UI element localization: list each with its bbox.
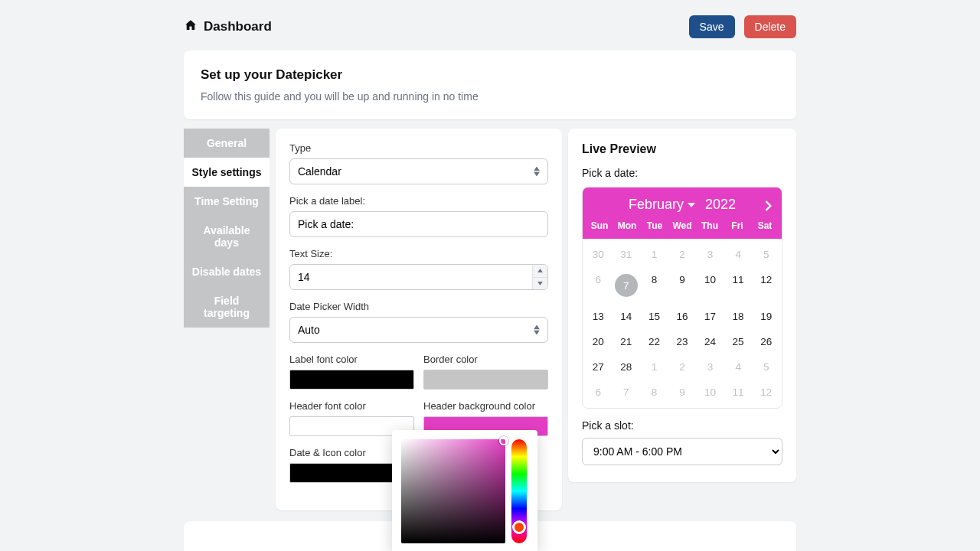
color-picker-sv-thumb[interactable] bbox=[499, 436, 508, 445]
home-icon bbox=[184, 18, 198, 36]
calendar-day: 1 bbox=[640, 243, 668, 266]
calendar-day[interactable]: 9 bbox=[668, 269, 697, 302]
page-title: Set up your Datepicker bbox=[201, 67, 779, 83]
calendar-day[interactable]: 19 bbox=[752, 305, 780, 328]
calendar-month-select[interactable]: February bbox=[629, 197, 696, 213]
label-font-color-swatch[interactable] bbox=[289, 370, 414, 390]
calendar-dow: Wed bbox=[668, 217, 696, 236]
border-color-swatch[interactable] bbox=[423, 370, 548, 390]
calendar-dow: Sun bbox=[586, 217, 613, 236]
date-label-input[interactable] bbox=[290, 212, 547, 236]
tab-style-settings[interactable]: Style settings bbox=[184, 158, 270, 187]
type-label: Type bbox=[289, 142, 548, 154]
chevron-right-icon bbox=[763, 201, 774, 211]
calendar-dow: Sat bbox=[751, 217, 779, 236]
calendar-day: 5 bbox=[752, 243, 780, 266]
text-size-step-up[interactable] bbox=[533, 265, 547, 278]
calendar-day: 2 bbox=[668, 243, 697, 266]
calendar-day[interactable]: 7 bbox=[612, 269, 641, 302]
calendar-day[interactable]: 22 bbox=[640, 331, 668, 353]
type-select[interactable]: Calendar bbox=[290, 159, 547, 184]
color-picker-hue-panel[interactable] bbox=[511, 439, 527, 543]
calendar-day[interactable]: 16 bbox=[668, 305, 697, 328]
tab-general[interactable]: General bbox=[184, 129, 270, 158]
calendar-day[interactable]: 15 bbox=[640, 305, 668, 328]
color-picker-sv-panel[interactable] bbox=[401, 439, 505, 543]
width-label: Date Picker Width bbox=[289, 301, 548, 312]
preview-title: Live Preview bbox=[582, 142, 782, 156]
calendar-day: 7 bbox=[612, 381, 641, 403]
calendar-dow: Thu bbox=[696, 217, 724, 236]
color-picker-popover[interactable] bbox=[392, 430, 537, 551]
calendar-day: 6 bbox=[584, 269, 612, 302]
calendar-next-button[interactable] bbox=[763, 201, 774, 211]
calendar-dow: Mon bbox=[613, 217, 641, 236]
tab-disable-dates[interactable]: Disable dates bbox=[184, 257, 270, 286]
calendar-day: 10 bbox=[696, 381, 724, 403]
calendar: February 2022 SunMonTueWedThuFriSat 3031… bbox=[582, 187, 782, 409]
calendar-day[interactable]: 24 bbox=[696, 331, 724, 353]
calendar-day: 2 bbox=[668, 356, 697, 378]
calendar-day: 4 bbox=[724, 356, 753, 378]
calendar-day[interactable]: 18 bbox=[724, 305, 753, 328]
tab-available-days[interactable]: Available days bbox=[184, 216, 270, 257]
brand: Dashboard bbox=[184, 18, 272, 36]
calendar-day[interactable]: 23 bbox=[668, 331, 697, 353]
header-bg-color-label: Header background color bbox=[423, 400, 548, 412]
calendar-day: 1 bbox=[640, 356, 668, 378]
calendar-day[interactable]: 25 bbox=[724, 331, 753, 353]
color-picker-hue-thumb[interactable] bbox=[512, 520, 526, 534]
calendar-day[interactable]: 14 bbox=[612, 305, 641, 328]
width-select[interactable]: Auto bbox=[290, 318, 547, 342]
settings-tabs: GeneralStyle settingsTime SettingAvailab… bbox=[184, 129, 270, 328]
calendar-day[interactable]: 10 bbox=[696, 269, 724, 302]
header-font-color-label: Header font color bbox=[289, 400, 414, 412]
calendar-day[interactable]: 21 bbox=[612, 331, 641, 353]
brand-label: Dashboard bbox=[204, 19, 272, 34]
calendar-day[interactable]: 20 bbox=[584, 331, 612, 353]
text-size-step-down[interactable] bbox=[533, 278, 547, 290]
calendar-day[interactable]: 17 bbox=[696, 305, 724, 328]
calendar-day[interactable]: 26 bbox=[752, 331, 780, 353]
label-font-color-label: Label font color bbox=[289, 354, 414, 365]
calendar-dow: Fri bbox=[724, 217, 751, 236]
calendar-day: 6 bbox=[584, 381, 612, 403]
border-color-label: Border color bbox=[423, 354, 548, 365]
calendar-day[interactable]: 28 bbox=[612, 356, 641, 378]
date-label-label: Pick a date label: bbox=[289, 195, 548, 207]
calendar-dow: Tue bbox=[641, 217, 668, 236]
intro-card: Set up your Datepicker Follow this guide… bbox=[184, 51, 796, 119]
calendar-day: 31 bbox=[612, 243, 641, 266]
calendar-day[interactable]: 8 bbox=[640, 269, 668, 302]
calendar-day: 12 bbox=[752, 381, 780, 403]
preview-pick-date-label: Pick a date: bbox=[582, 167, 782, 179]
calendar-day[interactable]: 27 bbox=[584, 356, 612, 378]
calendar-day: 30 bbox=[584, 243, 612, 266]
save-button[interactable]: Save bbox=[689, 15, 735, 38]
calendar-day: 3 bbox=[696, 356, 724, 378]
style-settings-card: Type Calendar Pick a date label: bbox=[276, 129, 562, 510]
calendar-day: 5 bbox=[752, 356, 780, 378]
calendar-day[interactable]: 12 bbox=[752, 269, 780, 302]
calendar-day: 11 bbox=[724, 381, 753, 403]
calendar-day[interactable]: 13 bbox=[584, 305, 612, 328]
calendar-day[interactable]: 11 bbox=[724, 269, 753, 302]
live-preview-card: Live Preview Pick a date: February 2022 bbox=[568, 129, 796, 482]
text-size-input[interactable] bbox=[290, 265, 547, 289]
page-subtitle: Follow this guide and you will be up and… bbox=[201, 90, 779, 103]
calendar-day: 9 bbox=[668, 381, 697, 403]
tab-time-setting[interactable]: Time Setting bbox=[184, 187, 270, 216]
chevron-down-icon bbox=[687, 201, 696, 210]
calendar-month-label: February bbox=[629, 197, 684, 213]
pick-slot-label: Pick a slot: bbox=[582, 419, 782, 432]
slot-select[interactable]: 9:00 AM - 6:00 PM bbox=[582, 438, 782, 465]
calendar-day: 8 bbox=[640, 381, 668, 403]
calendar-year-label: 2022 bbox=[705, 197, 736, 213]
tab-field-targeting[interactable]: Field targeting bbox=[184, 286, 270, 328]
calendar-day: 3 bbox=[696, 243, 724, 266]
delete-button[interactable]: Delete bbox=[744, 15, 796, 38]
text-size-label: Text Size: bbox=[289, 248, 548, 259]
calendar-day: 4 bbox=[724, 243, 753, 266]
